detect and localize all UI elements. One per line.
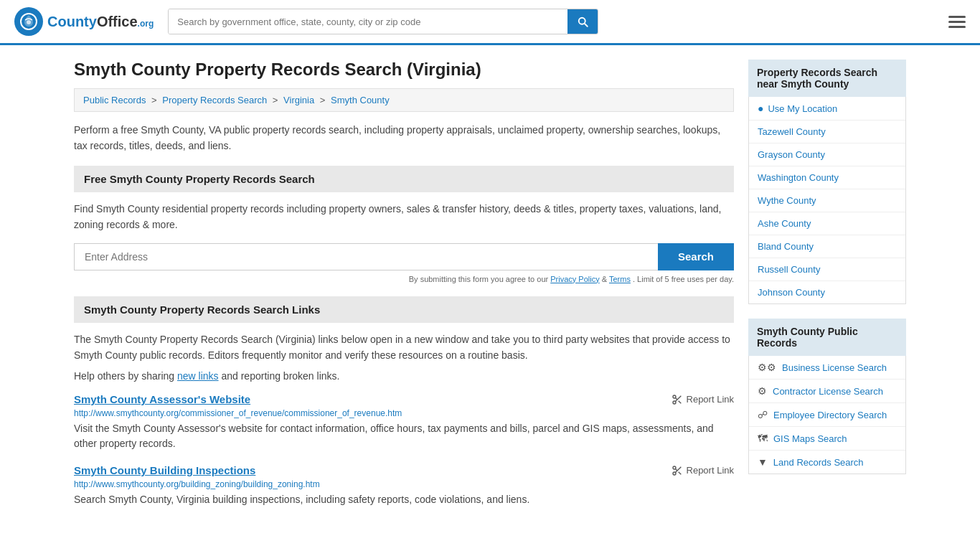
record-url-assessor: http://www.smythcounty.org/commissioner_…	[74, 408, 734, 418]
record-link-title-building[interactable]: Smyth County Building Inspections	[74, 464, 255, 476]
svg-point-2	[673, 395, 676, 398]
record-desc-building: Search Smyth County, Virginia building i…	[74, 492, 734, 507]
free-search-desc: Find Smyth County residential property r…	[74, 201, 734, 233]
privacy-policy-link[interactable]: Privacy Policy	[550, 275, 599, 283]
record-links-list: Smyth County Assessor's Website Report L…	[74, 393, 734, 507]
sidebar-item-wythe[interactable]: Wythe County	[749, 189, 905, 212]
nearby-header: Property Records Search near Smyth Count…	[748, 60, 906, 97]
share-text: Help others by sharing new links and rep…	[74, 370, 734, 382]
svg-point-3	[673, 401, 676, 404]
record-link-title-assessor[interactable]: Smyth County Assessor's Website	[74, 393, 250, 405]
global-search-button[interactable]	[567, 9, 598, 34]
share-prefix: Help others by sharing	[74, 370, 177, 382]
global-search-input[interactable]	[169, 9, 567, 34]
sidebar-item-tazewell[interactable]: Tazewell County	[749, 121, 905, 143]
main-container: Smyth County Property Records Search (Vi…	[60, 45, 920, 534]
site-logo[interactable]: CountyOffice.org	[14, 7, 154, 36]
breadcrumb-public-records[interactable]: Public Records	[83, 95, 146, 105]
site-header: CountyOffice.org	[0, 0, 980, 45]
sidebar-item-contractor-license[interactable]: ⚙ Contractor License Search	[749, 380, 905, 403]
address-search-row: Search	[74, 243, 734, 270]
sidebar-item-johnson[interactable]: Johnson County	[749, 281, 905, 303]
nearby-section: Property Records Search near Smyth Count…	[748, 60, 906, 304]
free-search-header: Free Smyth County Property Records Searc…	[74, 166, 734, 192]
washington-county-link[interactable]: Washington County	[758, 172, 839, 183]
share-suffix: and reporting broken links.	[221, 370, 339, 382]
breadcrumb-property-records-search[interactable]: Property Records Search	[162, 95, 267, 105]
disclaimer-prefix: By submitting this form you agree to our	[409, 275, 550, 283]
gear-icon: ⚙	[758, 385, 767, 397]
public-records-list: ⚙⚙ Business License Search ⚙ Contractor …	[748, 356, 906, 474]
book-icon: ☍	[758, 409, 768, 420]
report-link-button-building[interactable]: Report Link	[672, 465, 734, 476]
terms-link[interactable]: Terms	[609, 275, 631, 283]
global-search-container	[168, 9, 598, 34]
sidebar-item-russell[interactable]: Russell County	[749, 258, 905, 281]
use-my-location-link[interactable]: Use My Location	[768, 103, 837, 114]
breadcrumb: Public Records > Property Records Search…	[74, 88, 734, 112]
record-link-item: Smyth County Assessor's Website Report L…	[74, 393, 734, 451]
hamburger-menu[interactable]	[948, 16, 966, 28]
record-link-title-row-building: Smyth County Building Inspections Report…	[74, 464, 734, 476]
tazewell-county-link[interactable]: Tazewell County	[758, 126, 826, 137]
logo-text: CountyOffice.org	[47, 14, 154, 30]
russell-county-link[interactable]: Russell County	[758, 264, 820, 275]
new-links-link[interactable]: new links	[177, 370, 219, 382]
sidebar-item-gis-maps[interactable]: 🗺 GIS Maps Search	[749, 427, 905, 451]
map-icon: 🗺	[758, 433, 768, 444]
employee-directory-link[interactable]: Employee Directory Search	[773, 410, 887, 420]
svg-point-4	[673, 466, 676, 469]
sidebar-item-employee-directory[interactable]: ☍ Employee Directory Search	[749, 403, 905, 427]
sidebar-item-grayson[interactable]: Grayson County	[749, 143, 905, 166]
breadcrumb-sep-2: >	[273, 95, 281, 105]
gear-double-icon: ⚙⚙	[758, 362, 776, 373]
content-area: Smyth County Property Records Search (Vi…	[74, 60, 734, 520]
business-license-link[interactable]: Business License Search	[782, 362, 887, 373]
pin-icon: ▼	[758, 456, 768, 468]
bland-county-link[interactable]: Bland County	[758, 241, 814, 252]
location-pin-icon: ●	[758, 103, 763, 114]
page-title: Smyth County Property Records Search (Vi…	[74, 60, 734, 80]
sidebar-item-ashe[interactable]: Ashe County	[749, 212, 905, 235]
links-desc: The Smyth County Property Records Search…	[74, 331, 734, 364]
sidebar-item-bland[interactable]: Bland County	[749, 235, 905, 258]
wythe-county-link[interactable]: Wythe County	[758, 195, 816, 206]
public-records-section: Smyth County Public Records ⚙⚙ Business …	[748, 319, 906, 474]
breadcrumb-sep-1: >	[151, 95, 159, 105]
svg-point-1	[27, 20, 31, 24]
johnson-county-link[interactable]: Johnson County	[758, 287, 825, 298]
address-search-button[interactable]: Search	[658, 243, 734, 270]
sidebar: Property Records Search near Smyth Count…	[748, 60, 906, 520]
record-desc-assessor: Visit the Smyth County Assessor's websit…	[74, 421, 734, 451]
form-disclaimer: By submitting this form you agree to our…	[74, 275, 734, 283]
scissors-icon-2	[672, 465, 683, 476]
record-url-building: http://www.smythcounty.org/building_zoni…	[74, 479, 734, 489]
grayson-county-link[interactable]: Grayson County	[758, 149, 825, 160]
intro-text: Perform a free Smyth County, VA public p…	[74, 122, 734, 154]
land-records-link[interactable]: Land Records Search	[773, 457, 864, 468]
logo-icon	[14, 7, 43, 36]
record-link-title-row: Smyth County Assessor's Website Report L…	[74, 393, 734, 405]
sidebar-item-land-records[interactable]: ▼ Land Records Search	[749, 451, 905, 474]
disclaimer-amp: &	[602, 275, 609, 283]
report-link-button-assessor[interactable]: Report Link	[672, 394, 734, 405]
gis-maps-link[interactable]: GIS Maps Search	[773, 433, 847, 444]
contractor-license-link[interactable]: Contractor License Search	[773, 386, 883, 397]
address-input[interactable]	[74, 243, 658, 270]
ashe-county-link[interactable]: Ashe County	[758, 218, 811, 229]
scissors-icon	[672, 394, 683, 405]
breadcrumb-virginia[interactable]: Virginia	[283, 95, 314, 105]
sidebar-item-business-license[interactable]: ⚙⚙ Business License Search	[749, 356, 905, 380]
record-link-item-building: Smyth County Building Inspections Report…	[74, 464, 734, 507]
disclaimer-suffix: . Limit of 5 free uses per day.	[633, 275, 734, 283]
public-records-header: Smyth County Public Records	[748, 319, 906, 356]
report-link-label-assessor: Report Link	[687, 394, 734, 405]
sidebar-item-washington[interactable]: Washington County	[749, 166, 905, 189]
breadcrumb-sep-3: >	[320, 95, 328, 105]
links-section-header: Smyth County Property Records Search Lin…	[74, 296, 734, 323]
nearby-counties-list: ● Use My Location Tazewell County Grayso…	[748, 97, 906, 304]
breadcrumb-smyth-county[interactable]: Smyth County	[331, 95, 390, 105]
svg-point-5	[673, 472, 676, 475]
use-my-location-item[interactable]: ● Use My Location	[749, 97, 905, 121]
report-link-label-building: Report Link	[687, 465, 734, 476]
